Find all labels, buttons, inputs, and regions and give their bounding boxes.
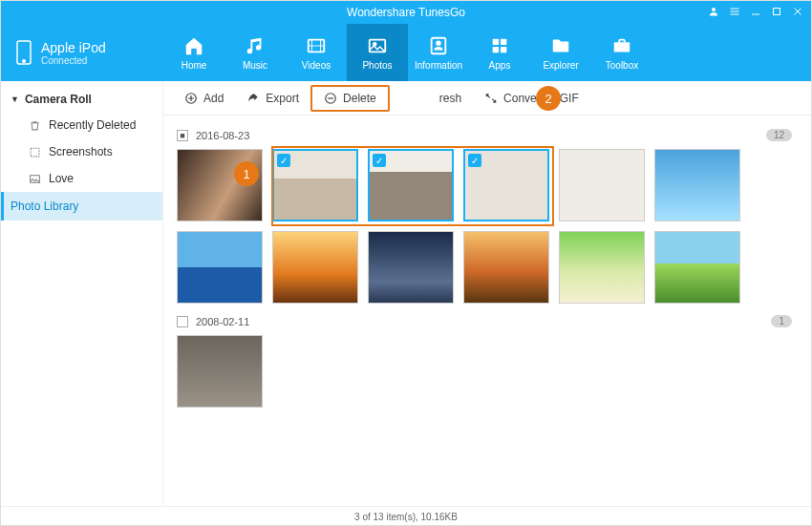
toolbar: Add Export Delete 2 resh Convert to GIF [163,81,811,116]
convert-to-gif-button[interactable]: Convert to GIF [473,85,590,112]
svg-rect-18 [31,148,39,157]
callout-1: 1 [234,161,259,186]
photo-thumbnail[interactable]: ✓ [368,149,454,221]
sidebar-category-label: Camera Roll [25,93,92,106]
statusbar: 3 of 13 item(s), 10.16KB [1,506,811,526]
photos-icon [367,35,388,56]
nav-photos[interactable]: Photos [347,24,408,81]
nav-label: Videos [302,60,331,71]
thumbnail-row: ✓✓✓ [177,149,798,304]
nav-label: Toolbox [606,60,638,71]
nav-label: Music [243,60,267,71]
nav-apps[interactable]: Apps [469,24,530,81]
window-controls [708,1,803,24]
svg-point-0 [712,8,716,11]
svg-rect-3 [731,14,739,15]
section-count-badge: 1 [771,315,792,327]
screenshot-icon [28,145,41,158]
export-button[interactable]: Export [235,85,310,112]
nav: Home Music Videos Photos Information App… [163,24,652,81]
photo-thumbnail[interactable]: ✓ [463,149,549,221]
svg-point-12 [437,41,440,45]
section-count-badge: 12 [766,129,792,141]
content: Add Export Delete 2 resh Convert to GIF … [163,81,811,506]
nav-label: Explorer [543,60,578,71]
section-header: ■2016-08-2312 [177,129,798,141]
sidebar-category-camera-roll[interactable]: ▼ Camera Roll [1,87,162,112]
statusbar-text: 3 of 13 item(s), 10.16KB [354,512,458,522]
toolbar-label: Delete [343,92,376,105]
sidebar-item-label: Screenshots [49,145,113,158]
photo-thumbnail[interactable] [368,231,454,304]
photo-thumbnail[interactable]: ✓ [272,149,358,221]
photo-thumbnail[interactable] [654,149,740,221]
selected-check-icon: ✓ [373,154,386,167]
svg-rect-17 [614,42,630,52]
photo-grid: ■2016-08-2312✓✓✓12008-02-111 [163,116,811,506]
user-icon[interactable] [708,5,719,20]
convert-icon [484,92,498,105]
nav-information[interactable]: Information [408,24,469,81]
trash-icon [28,118,41,132]
section-date: 2016-08-23 [196,130,249,141]
toolbox-icon [611,35,632,56]
phone-icon [14,39,33,66]
sidebar: ▼ Camera Roll Recently Deleted Screensho… [1,81,163,506]
nav-label: Home [182,60,207,71]
section-checkbox[interactable]: ■ [177,130,188,141]
nav-home[interactable]: Home [163,24,224,81]
export-icon [246,92,260,105]
svg-point-7 [23,60,26,63]
music-icon [245,35,266,56]
image-icon [28,172,41,185]
minus-icon [324,92,337,105]
app-title: Wondershare TunesGo [347,6,465,19]
sidebar-item-recently-deleted[interactable]: Recently Deleted [1,112,162,138]
minimize-icon[interactable] [750,5,761,20]
nav-toolbox[interactable]: Toolbox [591,24,652,81]
photo-thumbnail[interactable] [654,231,740,304]
menu-icon[interactable] [729,5,740,20]
device-panel[interactable]: Apple iPod Connected [1,39,163,66]
svg-rect-16 [501,46,506,52]
toolbar-label: resh [439,92,461,105]
thumbnail-row [177,335,798,408]
device-name: Apple iPod [41,40,106,55]
svg-rect-14 [501,38,506,44]
svg-rect-1 [731,9,739,10]
section-date: 2008-02-11 [196,316,249,327]
sidebar-item-screenshots[interactable]: Screenshots [1,138,162,165]
refresh-button[interactable]: resh [428,85,473,112]
delete-button[interactable]: Delete [310,85,390,112]
sidebar-item-love[interactable]: Love [1,165,162,192]
explorer-icon [550,35,571,56]
section-checkbox[interactable] [177,316,188,327]
titlebar: Wondershare TunesGo [1,1,811,24]
add-button[interactable]: Add [173,85,235,112]
svg-rect-2 [731,11,739,12]
nav-music[interactable]: Music [224,24,286,81]
header: Apple iPod Connected Home Music Videos P… [1,24,811,81]
svg-rect-13 [493,38,499,44]
photo-thumbnail[interactable] [177,231,263,304]
sidebar-item-photo-library[interactable]: Photo Library [1,192,162,221]
selected-check-icon: ✓ [277,154,290,167]
sidebar-item-label: Photo Library [11,200,78,213]
svg-rect-15 [493,46,499,52]
nav-label: Information [415,60,462,71]
photo-thumbnail[interactable] [272,231,358,304]
main: ▼ Camera Roll Recently Deleted Screensho… [1,81,811,506]
callout-2: 2 [536,86,561,111]
nav-label: Photos [362,60,392,71]
photo-thumbnail[interactable] [559,231,645,304]
apps-icon [489,35,510,56]
nav-videos[interactable]: Videos [286,24,347,81]
close-icon[interactable] [792,5,803,20]
maximize-icon[interactable] [771,5,782,20]
photo-thumbnail[interactable] [559,149,645,221]
photo-thumbnail[interactable] [463,231,549,304]
nav-explorer[interactable]: Explorer [530,24,591,81]
svg-rect-5 [774,9,780,15]
photo-thumbnail[interactable] [177,335,263,408]
nav-label: Apps [489,60,511,71]
